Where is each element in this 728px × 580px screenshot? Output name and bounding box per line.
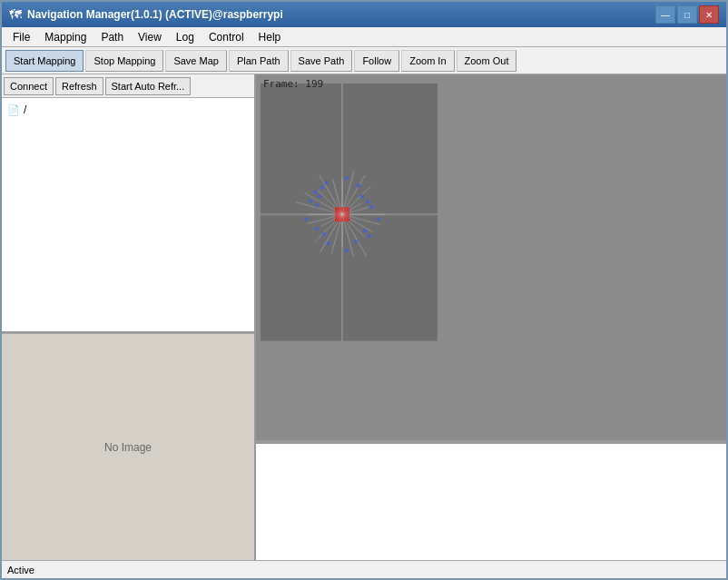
content-area: Connect Refresh Start Auto Refr... 📄 / N…: [2, 74, 726, 560]
stop-mapping-button[interactable]: Stop Mapping: [85, 50, 163, 72]
file-icon: 📄: [7, 104, 20, 116]
minimize-button[interactable]: —: [655, 5, 675, 24]
no-image-label: No Image: [104, 441, 152, 454]
title-text: Navigation Manager(1.0.1) (ACTIVE)@raspb…: [27, 8, 654, 21]
start-mapping-button[interactable]: Start Mapping: [5, 50, 84, 72]
menu-path[interactable]: Path: [93, 27, 131, 46]
zoom-out-button[interactable]: Zoom Out: [457, 50, 517, 72]
menu-file[interactable]: File: [5, 27, 37, 46]
connect-button[interactable]: Connect: [4, 77, 54, 95]
image-panel: No Image: [2, 333, 254, 560]
toolbar: Start Mapping Stop Mapping Save Map Plan…: [2, 47, 726, 74]
maximize-button[interactable]: □: [677, 5, 697, 24]
file-tree: 📄 /: [2, 98, 254, 333]
menu-mapping[interactable]: Mapping: [37, 27, 93, 46]
left-panel: Connect Refresh Start Auto Refr... 📄 / N…: [2, 74, 256, 560]
map-canvas: [256, 74, 726, 440]
file-item-label: /: [24, 103, 26, 116]
menu-log[interactable]: Log: [169, 27, 202, 46]
menu-control[interactable]: Control: [202, 27, 251, 46]
log-panel[interactable]: [256, 442, 726, 560]
start-auto-refresh-button[interactable]: Start Auto Refr...: [105, 77, 192, 95]
menu-view[interactable]: View: [131, 27, 169, 46]
save-map-button[interactable]: Save Map: [165, 50, 227, 72]
menu-bar: File Mapping Path View Log Control Help: [2, 27, 726, 47]
menu-help[interactable]: Help: [251, 27, 289, 46]
left-toolbar: Connect Refresh Start Auto Refr...: [2, 74, 254, 98]
right-panel: Frame: 199: [256, 74, 726, 560]
status-bar: Active: [2, 560, 726, 578]
map-view[interactable]: Frame: 199: [256, 74, 726, 442]
title-bar: 🗺 Navigation Manager(1.0.1) (ACTIVE)@ras…: [2, 2, 726, 27]
save-path-button[interactable]: Save Path: [290, 50, 353, 72]
close-button[interactable]: ✕: [699, 5, 719, 24]
frame-label: Frame: 199: [263, 78, 323, 90]
follow-button[interactable]: Follow: [354, 50, 399, 72]
status-text: Active: [7, 565, 34, 575]
title-bar-icon: 🗺: [9, 7, 22, 22]
zoom-in-button[interactable]: Zoom In: [401, 50, 454, 72]
plan-path-button[interactable]: Plan Path: [229, 50, 289, 72]
file-item-root[interactable]: 📄 /: [5, 102, 251, 118]
refresh-button[interactable]: Refresh: [55, 77, 103, 95]
